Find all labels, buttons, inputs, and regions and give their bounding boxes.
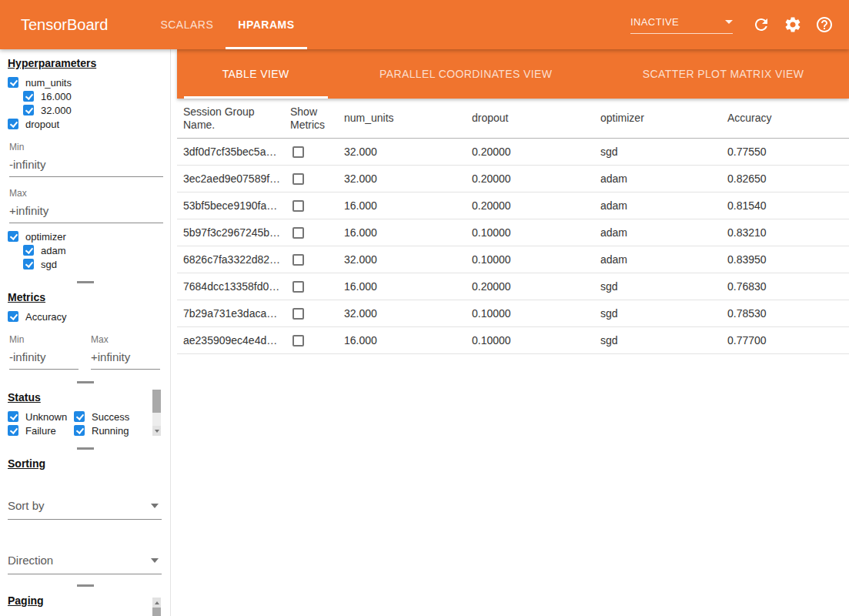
show-metrics-checkbox[interactable]	[292, 308, 304, 320]
metric-min-input[interactable]: -infinity	[9, 345, 79, 370]
sorting-heading: Sorting	[8, 457, 162, 470]
scrollbar-thumb[interactable]	[152, 390, 161, 413]
paging-scrollbar[interactable]	[152, 598, 161, 616]
value-16-label: 16.000	[41, 91, 72, 102]
session-group-name-cell: 7684dcc13358fd0…	[177, 280, 284, 293]
dropout-max-label: Max	[9, 188, 163, 199]
running-checkbox[interactable]	[74, 425, 85, 436]
section-resize-handle[interactable]	[77, 281, 94, 283]
reload-status-select[interactable]: INACTIVE	[630, 16, 733, 34]
show-metrics-checkbox[interactable]	[292, 254, 304, 266]
session-group-name-cell: 5b97f3c2967245b…	[177, 226, 284, 239]
show-metrics-checkbox[interactable]	[292, 227, 304, 239]
refresh-icon[interactable]	[752, 15, 770, 34]
failure-label: Failure	[25, 425, 56, 437]
show-metrics-cell	[284, 146, 338, 159]
dropout-max-input[interactable]: +infinity	[9, 199, 163, 223]
section-resize-handle[interactable]	[77, 447, 94, 450]
show-metrics-checkbox[interactable]	[292, 200, 304, 212]
sgd-checkbox[interactable]	[23, 259, 34, 270]
show-metrics-cell	[284, 172, 338, 186]
scroll-up-button[interactable]	[152, 598, 161, 608]
dropout-min-input[interactable]: -infinity	[9, 152, 163, 177]
dropout-cell: 0.20000	[466, 199, 594, 212]
num-units-checkbox[interactable]	[8, 77, 18, 88]
scrollbar-track[interactable]	[152, 413, 161, 426]
help-icon[interactable]	[815, 15, 834, 34]
accuracy-cell: 0.81540	[721, 199, 849, 212]
session-group-name-cell: 7b29a731e3daca…	[177, 307, 284, 320]
metrics-heading: Metrics	[8, 291, 162, 303]
dropout-min-field: Min -infinity	[9, 142, 163, 177]
dropout-min-label: Min	[9, 142, 163, 152]
section-resize-handle[interactable]	[77, 584, 94, 587]
section-resize-handle[interactable]	[77, 381, 94, 383]
num-units-cell: 16.000	[338, 280, 466, 293]
optimizer-cell: adam	[594, 172, 721, 185]
value-16-checkbox[interactable]	[23, 91, 34, 102]
tab-parallel-coordinates-view[interactable]: PARALLEL COORDINATES VIEW	[341, 49, 590, 99]
optimizer-checkbox[interactable]	[8, 231, 18, 242]
sort-by-dropdown[interactable]: Sort by	[8, 494, 162, 520]
unknown-checkbox[interactable]	[8, 411, 18, 422]
triangle-down-icon	[155, 430, 159, 433]
session-group-name-cell: ae235909ec4e4d…	[177, 334, 284, 346]
status-heading: Status	[8, 391, 162, 403]
tab-scatter-plot-matrix-view[interactable]: SCATTER PLOT MATRIX VIEW	[604, 49, 843, 99]
show-metrics-checkbox[interactable]	[292, 173, 304, 185]
table-row: ae235909ec4e4d… 16.000 0.10000 sgd 0.777…	[177, 327, 849, 354]
metrics-section: Metrics Accuracy Min -infinity Max +infi…	[0, 288, 170, 371]
hyperparameters-heading: Hyperparameters	[8, 57, 162, 69]
num-units-cell: 32.000	[338, 307, 466, 320]
dropout-cell: 0.10000	[466, 253, 594, 266]
table-row: 3ec2aed9e07589f… 32.000 0.20000 adam 0.8…	[177, 166, 849, 192]
metric-min-field: Min -infinity	[9, 334, 79, 370]
topbar-tab-hparams[interactable]: HPARAMS	[226, 0, 306, 49]
success-checkbox[interactable]	[74, 411, 85, 422]
optimizer-cell: sgd	[594, 146, 721, 158]
hparam-value-sgd: sgd	[23, 257, 162, 271]
hparam-dropout: dropout	[8, 117, 162, 131]
session-group-name-cell: 3df0d7cf35bec5a…	[177, 146, 284, 158]
adam-checkbox[interactable]	[23, 245, 34, 256]
optimizer-cell: sgd	[594, 280, 721, 293]
chevron-down-icon	[725, 20, 733, 24]
metric-max-input[interactable]: +infinity	[91, 345, 160, 370]
num-units-label: num_units	[25, 77, 72, 89]
col-dropout: dropout	[466, 105, 594, 131]
show-metrics-cell	[284, 253, 338, 266]
session-group-name-cell: 3ec2aed9e07589f…	[177, 172, 284, 185]
hparams-sidebar: Hyperparameters num_units 16.000 32.000 …	[0, 49, 171, 616]
col-num-units: num_units	[338, 105, 466, 131]
dropout-cell: 0.10000	[466, 334, 594, 346]
session-group-name-cell: 6826c7fa3322d82…	[177, 253, 284, 266]
optimizer-label: optimizer	[25, 231, 66, 243]
gear-icon[interactable]	[784, 15, 802, 34]
chevron-down-icon	[151, 558, 159, 563]
failure-checkbox[interactable]	[8, 425, 18, 436]
table-row: 53bf5bece9190fa… 16.000 0.20000 adam 0.8…	[177, 192, 849, 219]
tab-table-view[interactable]: TABLE VIEW	[184, 49, 328, 99]
success-label: Success	[92, 411, 129, 423]
accuracy-label: Accuracy	[25, 311, 66, 323]
reload-status-value: INACTIVE	[630, 16, 679, 28]
status-scrollbar[interactable]	[152, 390, 161, 436]
show-metrics-checkbox[interactable]	[292, 146, 304, 158]
show-metrics-checkbox[interactable]	[292, 335, 304, 346]
topbar: TensorBoard SCALARS HPARAMS INACTIVE	[0, 0, 849, 49]
optimizer-cell: adam	[594, 226, 721, 239]
table-header-row: Session Group Name. Show Metrics num_uni…	[177, 99, 849, 139]
dropout-checkbox[interactable]	[8, 119, 18, 129]
status-unknown: Unknown	[8, 410, 74, 424]
num-units-cell: 32.000	[338, 172, 466, 185]
scroll-down-button[interactable]	[152, 426, 161, 436]
app-title: TensorBoard	[0, 0, 108, 49]
dropout-max-field: Max +infinity	[9, 188, 163, 223]
scrollbar-thumb[interactable]	[152, 608, 161, 616]
dropout-label: dropout	[25, 119, 59, 130]
topbar-tab-scalars[interactable]: SCALARS	[148, 0, 226, 49]
accuracy-checkbox[interactable]	[8, 311, 18, 322]
direction-dropdown[interactable]: Direction	[8, 549, 162, 574]
show-metrics-checkbox[interactable]	[292, 281, 304, 293]
value-32-checkbox[interactable]	[23, 105, 34, 116]
